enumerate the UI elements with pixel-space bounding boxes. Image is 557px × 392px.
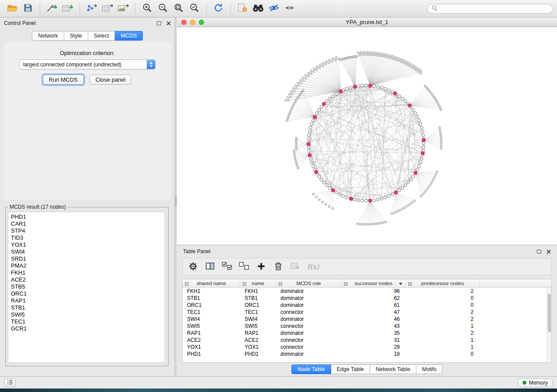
leaf-node[interactable] (418, 68, 419, 70)
table-scrollbar[interactable] (547, 288, 551, 362)
leaf-node[interactable] (295, 144, 297, 146)
tab-style[interactable]: Style (64, 31, 88, 41)
leaf-node[interactable] (436, 100, 438, 102)
network-node[interactable] (320, 105, 323, 108)
panel-menu-button[interactable] (4, 378, 16, 387)
run-mcds-button[interactable]: Run MCDS (43, 75, 84, 85)
leaf-node[interactable] (440, 145, 442, 147)
leaf-node[interactable] (394, 212, 395, 213)
tab-select[interactable]: Select (88, 31, 115, 41)
leaf-node[interactable] (300, 82, 302, 84)
mcds-hub-node[interactable] (414, 171, 417, 175)
leaf-node[interactable] (310, 73, 312, 75)
leaf-node[interactable] (285, 100, 287, 101)
leaf-node[interactable] (302, 89, 304, 91)
network-node[interactable] (357, 199, 360, 202)
leaf-node[interactable] (405, 63, 407, 65)
leaf-node[interactable] (296, 165, 298, 166)
leaf-node[interactable] (295, 87, 297, 89)
leaf-node[interactable] (384, 56, 386, 58)
mcds-result-item[interactable]: PHD1 (8, 212, 165, 220)
network-graph[interactable] (177, 27, 557, 244)
zoom-fit-button[interactable] (171, 2, 187, 16)
mcds-result-item[interactable]: ACE2 (8, 276, 165, 283)
network-node[interactable] (404, 100, 407, 103)
mcds-hub-node[interactable] (339, 90, 343, 93)
network-node[interactable] (418, 165, 421, 168)
show-graphics-button[interactable] (282, 2, 298, 16)
search-box[interactable] (427, 4, 553, 14)
leaf-node[interactable] (318, 199, 320, 200)
network-node[interactable] (422, 134, 425, 137)
mcds-hub-node[interactable] (422, 138, 426, 142)
leaf-node[interactable] (438, 105, 440, 107)
mcds-hub-node[interactable] (331, 189, 335, 192)
table-tab-network-table[interactable]: Network Table (370, 364, 416, 374)
table-tab-node-table[interactable]: Node Table (291, 364, 331, 374)
network-node[interactable] (384, 196, 387, 199)
leaf-node[interactable] (379, 55, 381, 56)
mcds-result-item[interactable]: SWI4 (8, 248, 165, 255)
function-builder-button[interactable]: f(x) (307, 261, 319, 273)
mcds-result-item[interactable]: TEC1 (8, 318, 165, 325)
leaf-node[interactable] (396, 210, 398, 212)
leaf-node[interactable] (319, 64, 321, 65)
show-column-button[interactable] (205, 261, 215, 273)
leaf-node[interactable] (439, 129, 441, 131)
leaf-node[interactable] (386, 54, 388, 55)
leaf-node[interactable] (293, 150, 295, 151)
mcds-hub-node[interactable] (322, 102, 326, 106)
table-tab-motifs[interactable]: Motifs (416, 364, 443, 374)
leaf-node[interactable] (290, 96, 291, 98)
leaf-node[interactable] (400, 58, 401, 60)
leaf-node[interactable] (305, 77, 307, 79)
leaf-node[interactable] (295, 138, 297, 139)
leaf-node[interactable] (291, 90, 292, 92)
network-node[interactable] (328, 97, 331, 100)
network-node[interactable] (419, 122, 422, 125)
leaf-node[interactable] (420, 72, 422, 74)
mcds-hub-node[interactable] (313, 115, 317, 119)
network-node[interactable] (377, 85, 380, 88)
leaf-node[interactable] (310, 70, 312, 72)
network-node[interactable] (318, 109, 321, 112)
network-node[interactable] (404, 184, 407, 187)
table-row[interactable]: ORC1ORC1dominator610 (183, 302, 551, 309)
leaf-node[interactable] (301, 91, 303, 93)
leaf-node[interactable] (293, 88, 294, 89)
leaf-node[interactable] (288, 113, 290, 115)
leaf-node[interactable] (390, 57, 391, 59)
network-node[interactable] (414, 112, 417, 115)
leaf-node[interactable] (439, 127, 440, 128)
leaf-node[interactable] (424, 85, 426, 87)
network-canvas[interactable] (177, 27, 557, 244)
leaf-node[interactable] (359, 223, 361, 225)
mcds-hub-node[interactable] (408, 104, 412, 107)
mcds-result-item[interactable]: YOX1 (8, 241, 165, 248)
close-panel-icon[interactable] (166, 21, 171, 26)
network-node[interactable] (338, 193, 341, 196)
network-node[interactable] (421, 130, 424, 133)
leaf-node[interactable] (376, 54, 377, 56)
leaf-node[interactable] (325, 61, 327, 62)
leaf-node[interactable] (434, 176, 436, 178)
network-node[interactable] (332, 95, 335, 98)
leaf-node[interactable] (357, 52, 359, 54)
leaf-node[interactable] (300, 79, 301, 81)
leaf-node[interactable] (397, 57, 399, 59)
leaf-node[interactable] (302, 77, 304, 79)
network-node[interactable] (357, 85, 360, 88)
float-panel-icon[interactable] (157, 21, 161, 25)
leaf-node[interactable] (381, 53, 382, 55)
leaf-node[interactable] (367, 54, 369, 55)
leaf-node[interactable] (415, 69, 417, 71)
leaf-node[interactable] (427, 89, 429, 90)
leaf-node[interactable] (395, 59, 397, 61)
leaf-node[interactable] (302, 80, 304, 82)
close-mcds-panel-button[interactable]: Close panel (90, 75, 132, 85)
leaf-node[interactable] (398, 60, 399, 62)
leaf-node[interactable] (430, 93, 432, 94)
network-node[interactable] (325, 184, 329, 187)
mcds-result-item[interactable]: CAR1 (8, 220, 165, 227)
close-window-icon[interactable] (181, 20, 187, 25)
